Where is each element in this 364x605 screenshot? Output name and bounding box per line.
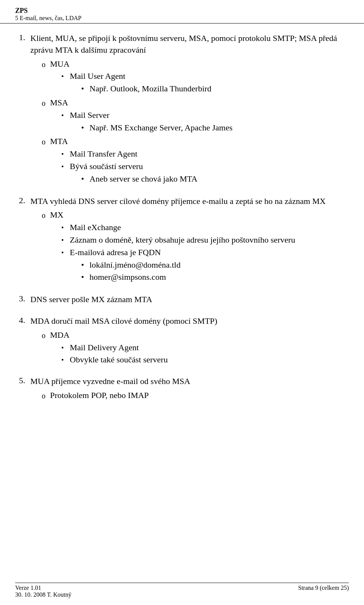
section-4-content: MDA doručí mail MSA cílové domény (pomoc…	[30, 315, 345, 368]
list-item-aneb: • Aneb server se chová jako MTA	[81, 173, 198, 185]
bullet-square-mail-exchange: ▪	[61, 223, 70, 232]
mail-transfer-label: Mail Transfer Agent	[70, 148, 137, 160]
list-item-ms-exchange: • Např. MS Exchange Server, Apache James	[81, 122, 232, 134]
section-4-list: o MDA ▪ Mail Delivery Agent ▪ Obvyk	[30, 329, 345, 367]
section-3: 3. DNS server pošle MX záznam MTA	[19, 294, 345, 308]
mua-agent-content: Mail User Agent • Např. Outlook, Mozilla…	[70, 71, 212, 96]
footer-date: 30. 10. 2008 T. Koutný	[15, 591, 71, 598]
mta-label: MTA	[50, 136, 68, 146]
section-5-number: 5.	[19, 376, 30, 403]
section-2-intro: MTA vyhledá DNS server cílové domény pří…	[30, 196, 345, 207]
section-3-intro: DNS server pošle MX záznam MTA	[30, 294, 345, 306]
section-4-number: 4.	[19, 315, 30, 368]
section-5-content: MUA příjemce vyzvedne e-mail od svého MS…	[30, 376, 345, 403]
page-header: ZPS 5 E-mail, news, čas, LDAP	[0, 0, 364, 24]
bullet-dot-ms-exchange: •	[81, 122, 89, 134]
bullet-square-obvykle: ▪	[61, 356, 70, 364]
bullet-circle-mx: o	[42, 210, 50, 221]
mua-agent-label: Mail User Agent	[70, 71, 126, 81]
list-item-mua-example: • Např. Outlook, Mozilla Thunderbird	[81, 83, 212, 95]
aneb-text: Aneb server se chová jako MTA	[89, 173, 198, 185]
mail-server-sublist: • Např. MS Exchange Server, Apache James	[70, 122, 232, 134]
mx-content: MX ▪ Mail eXchange ▪ Záznam o doméně, kt…	[50, 209, 295, 285]
list-item-mail-server: ▪ Mail Server • Např. MS Exchange Server…	[61, 110, 232, 135]
mta-sublist: ▪ Mail Transfer Agent ▪ Bývá součástí se…	[50, 148, 198, 185]
msa-content: MSA ▪ Mail Server •	[50, 97, 232, 135]
bullet-dot-aneb: •	[81, 173, 89, 185]
section-1-content: Klient, MUA, se připojí k poštovnímu ser…	[30, 33, 345, 188]
bullet-square-mua-agent: ▪	[61, 72, 70, 80]
list-item-mta: o MTA ▪ Mail Transfer Agent ▪	[42, 136, 345, 186]
section-1-intro: Klient, MUA, se připojí k poštovnímu ser…	[30, 33, 345, 56]
bullet-circle-mda: o	[42, 330, 50, 341]
bullet-circle-mua: o	[42, 59, 50, 70]
mail-server-label: Mail Server	[70, 110, 109, 120]
section-3-content: DNS server pošle MX záznam MTA	[30, 294, 345, 308]
section-3-item: 3. DNS server pošle MX záznam MTA	[19, 294, 345, 308]
ms-exchange-text: Např. MS Exchange Server, Apache James	[89, 122, 232, 134]
list-item-homer: • homer@simpsons.com	[81, 271, 180, 283]
section-5: 5. MUA příjemce vyzvedne e-mail od svého…	[19, 376, 345, 403]
section-2: 2. MTA vyhledá DNS server cílové domény …	[19, 196, 345, 287]
bullet-dot-lokalni: •	[81, 259, 89, 271]
page-footer: Verze 1.01 30. 10. 2008 T. Koutný Strana…	[15, 583, 349, 598]
footer-page: Strana 9 (celkem 25)	[298, 585, 349, 598]
bullet-dot-mua-example: •	[81, 83, 89, 95]
mda-content: MDA ▪ Mail Delivery Agent ▪ Obvykle také…	[50, 329, 168, 367]
bullet-circle-protokol: o	[42, 390, 50, 401]
soucast-label: Bývá součástí serveru	[70, 161, 143, 171]
section-4: 4. MDA doručí mail MSA cílové domény (po…	[19, 315, 345, 368]
section-2-number: 2.	[19, 196, 30, 287]
header-title: ZPS	[15, 7, 349, 15]
mda-label: MDA	[50, 330, 69, 340]
fqdn-label: E-mailová adresa je FQDN	[70, 248, 161, 257]
bullet-square-mail-server: ▪	[61, 111, 70, 119]
section-2-list: o MX ▪ Mail eXchange ▪ Záznam o dom	[30, 209, 345, 285]
list-item-soucast: ▪ Bývá součástí serveru • Aneb server se…	[61, 161, 198, 186]
bullet-circle-mta: o	[42, 136, 50, 147]
msa-label: MSA	[50, 98, 68, 107]
section-5-list: o Protokolem POP, nebo IMAP	[30, 390, 345, 401]
zaznam-text: Záznam o doméně, který obsahuje adresu j…	[70, 234, 295, 246]
soucast-sublist: • Aneb server se chová jako MTA	[70, 173, 198, 185]
section-5-intro: MUA příjemce vyzvedne e-mail od svého MS…	[30, 376, 345, 387]
fqdn-content: E-mailová adresa je FQDN • lokální.jméno…	[70, 247, 180, 284]
mua-content: MUA ▪ Mail User Agent •	[50, 58, 212, 96]
mua-sublist: ▪ Mail User Agent • Např. Outlook, Mozil…	[50, 71, 212, 96]
section-2-content: MTA vyhledá DNS server cílové domény pří…	[30, 196, 345, 287]
section-1-number: 1.	[19, 33, 30, 188]
lokalni-text: lokální.jméno@doména.tld	[89, 259, 180, 271]
obvykle-text: Obvykle také součást serveru	[70, 354, 168, 366]
fqdn-sublist: • lokální.jméno@doména.tld • homer@simps…	[70, 259, 180, 284]
list-item-fqdn: ▪ E-mailová adresa je FQDN • lokální.jmé…	[61, 247, 295, 284]
list-item-lokalni: • lokální.jméno@doména.tld	[81, 259, 180, 271]
footer-version: Verze 1.01	[15, 585, 71, 591]
bullet-square-zaznam: ▪	[61, 236, 70, 244]
list-item-mail-exchange: ▪ Mail eXchange	[61, 222, 295, 234]
list-item-mda: o MDA ▪ Mail Delivery Agent ▪ Obvyk	[42, 329, 345, 367]
list-item-msa: o MSA ▪ Mail Server	[42, 97, 345, 135]
section-1-list: o MUA ▪ Mail User Agent	[30, 58, 345, 187]
list-item-zaznam: ▪ Záznam o doméně, který obsahuje adresu…	[61, 234, 295, 246]
soucast-content: Bývá součástí serveru • Aneb server se c…	[70, 161, 198, 186]
homer-text: homer@simpsons.com	[89, 271, 166, 283]
bullet-dot-homer: •	[81, 271, 89, 283]
list-item-mail-transfer: ▪ Mail Transfer Agent	[61, 148, 198, 160]
mx-sublist: ▪ Mail eXchange ▪ Záznam o doméně, který…	[50, 222, 295, 284]
mta-content: MTA ▪ Mail Transfer Agent ▪ Bývá součást…	[50, 136, 198, 186]
mail-exchange-label: Mail eXchange	[70, 222, 121, 234]
mua-label: MUA	[50, 59, 69, 69]
list-item-mua-agent: ▪ Mail User Agent • Např. Outlook, Mozil…	[61, 71, 212, 96]
mail-delivery-label: Mail Delivery Agent	[70, 342, 139, 354]
bullet-square-mail-transfer: ▪	[61, 150, 70, 158]
section-4-intro: MDA doručí mail MSA cílové domény (pomoc…	[30, 315, 345, 327]
header-subtitle: 5 E-mail, news, čas, LDAP	[15, 15, 349, 22]
bullet-circle-msa: o	[42, 98, 50, 108]
list-item-mail-delivery: ▪ Mail Delivery Agent	[61, 342, 168, 354]
list-item-protokol: o Protokolem POP, nebo IMAP	[42, 390, 345, 401]
section-1-item: 1. Klient, MUA, se připojí k poštovnímu …	[19, 33, 345, 188]
mx-label: MX	[50, 210, 63, 219]
bullet-square-soucast: ▪	[61, 162, 70, 171]
section-2-item: 2. MTA vyhledá DNS server cílové domény …	[19, 196, 345, 287]
mua-example-text: Např. Outlook, Mozilla Thunderbird	[89, 83, 212, 95]
